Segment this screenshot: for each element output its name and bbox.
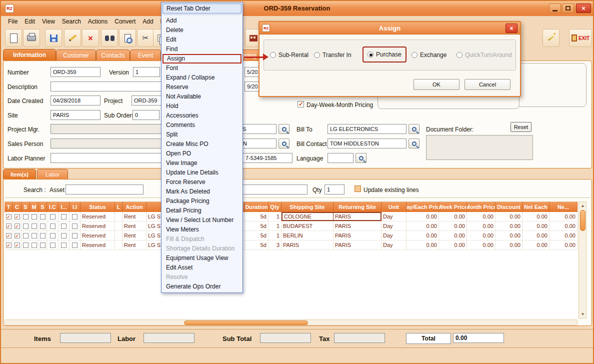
labor-planner-field[interactable] <box>50 153 174 163</box>
table-row[interactable]: ✓✓ReservedRentLG ST5d1BERLINPARISDay0.00… <box>4 231 578 240</box>
context-menu-item-package-pricing[interactable]: Package Pricing <box>162 196 242 206</box>
vertical-scrollbar[interactable]: ▲ ▼ <box>578 202 586 318</box>
column-header-i[interactable]: I... <box>58 202 70 212</box>
context-menu-item-detail-pricing[interactable]: Detail Pricing <box>162 206 242 216</box>
menu-convert[interactable]: Convert <box>111 17 139 26</box>
update-existing-lines-checkbox[interactable] <box>354 186 361 192</box>
context-menu-item-expand-collapse[interactable]: Expand / Collapse <box>162 73 242 82</box>
site-field[interactable] <box>50 110 100 120</box>
context-menu-item-reserve[interactable]: Reserve <box>162 82 242 92</box>
row-checkbox[interactable] <box>50 214 56 220</box>
row-checkbox[interactable] <box>32 242 37 248</box>
delete-button[interactable]: × <box>82 29 99 47</box>
row-checkbox[interactable] <box>23 242 28 248</box>
row-checkbox[interactable]: ✓ <box>6 224 12 229</box>
reset-button[interactable]: Reset <box>510 122 532 132</box>
radio-option-transfer-in[interactable]: Transfer In <box>314 52 352 58</box>
context-menu-item-accessories[interactable]: Accessories <box>162 111 242 120</box>
bill-contact-field[interactable] <box>328 138 406 148</box>
row-checkbox[interactable]: ✓ <box>6 214 12 220</box>
row-checkbox[interactable]: ✓ <box>14 242 20 248</box>
context-menu-item-edit[interactable]: Edit <box>162 35 242 44</box>
row-checkbox[interactable]: ✓ <box>14 224 20 229</box>
radio-transfer-in[interactable] <box>314 52 320 58</box>
radio-quickturnaround[interactable] <box>456 52 462 58</box>
column-header-unit[interactable]: Unit <box>382 202 406 212</box>
row-checkbox[interactable] <box>40 242 46 248</box>
context-menu-item-find[interactable]: Find <box>162 44 242 54</box>
asset-search-input[interactable] <box>66 184 144 194</box>
menu-view[interactable]: View <box>38 17 58 26</box>
row-checkbox[interactable] <box>61 233 66 238</box>
find-button[interactable] <box>101 29 118 47</box>
row-checkbox[interactable] <box>61 214 66 220</box>
context-menu-item-not-available[interactable]: Not Available <box>162 92 242 102</box>
row-checkbox[interactable] <box>40 233 46 238</box>
column-header-week-price[interactable]: Week Price <box>439 202 467 212</box>
ship-to-lookup-button[interactable] <box>278 124 290 134</box>
version-field[interactable] <box>133 67 160 77</box>
scroll-down-arrow[interactable]: ▼ <box>580 311 586 318</box>
scroll-up-arrow[interactable]: ▲ <box>580 202 586 209</box>
row-checkbox[interactable] <box>23 224 28 229</box>
subtab-item-s[interactable]: Item(s) <box>3 169 36 179</box>
menu-actions[interactable]: Actions <box>84 17 111 26</box>
row-checkbox[interactable]: ✓ <box>6 233 12 238</box>
row-checkbox[interactable] <box>32 224 37 229</box>
cut-button[interactable]: ✂ <box>137 29 154 47</box>
row-checkbox[interactable] <box>23 233 28 238</box>
context-menu-item-delete[interactable]: Delete <box>162 26 242 35</box>
menu-file[interactable]: File <box>4 17 21 26</box>
radio-exchange[interactable] <box>412 52 418 58</box>
column-header-duration[interactable]: Duration <box>245 202 268 212</box>
menu-edit[interactable]: Edit <box>21 17 38 26</box>
context-menu-item-view-select-lot-number[interactable]: View / Select Lot Number <box>162 216 242 225</box>
context-menu-item-assign[interactable]: Assign <box>162 54 242 64</box>
radio-sub-rental[interactable] <box>270 52 276 58</box>
context-menu-item-force-reserve[interactable]: Force Reserve <box>162 178 242 187</box>
view-document-button[interactable] <box>119 29 136 47</box>
context-menu-item-view-image[interactable]: View Image <box>162 158 242 168</box>
context-menu-item-edit-asset[interactable]: Edit Asset <box>162 263 242 272</box>
bill-to-lookup-button[interactable] <box>408 124 420 134</box>
column-header-day-each-price[interactable]: Day/Each Price <box>406 202 439 212</box>
cancel-button[interactable]: Cancel <box>464 79 510 90</box>
column-header-discount[interactable]: Discount <box>496 202 522 212</box>
language-lookup-button[interactable] <box>356 153 366 163</box>
row-checkbox[interactable] <box>50 224 56 229</box>
row-checkbox[interactable] <box>61 242 66 248</box>
exit-button[interactable]: EXIT <box>569 29 592 47</box>
context-menu-item-comments[interactable]: Comments <box>162 120 242 130</box>
context-menu-item-font[interactable]: Font <box>162 64 242 73</box>
context-menu-item-equipment-usage-view[interactable]: Equipment Usage View <box>162 254 242 263</box>
column-header-m[interactable]: M <box>30 202 38 212</box>
row-checkbox[interactable] <box>50 233 56 238</box>
radio-purchase[interactable] <box>368 52 374 58</box>
horizontal-scroll-thumb[interactable] <box>184 320 308 325</box>
context-menu-item-hold[interactable]: Hold <box>162 102 242 111</box>
menu-search[interactable]: Search <box>58 17 84 26</box>
day-week-month-pricing-checkbox[interactable] <box>298 101 304 108</box>
radio-option-sub-rental[interactable]: Sub-Rental <box>270 52 308 58</box>
column-header-action[interactable]: Action <box>122 202 146 212</box>
row-checkbox[interactable] <box>23 214 28 220</box>
table-row[interactable]: ✓✓ReservedRentLG ST5d1COLOGNEPARISDay0.0… <box>4 212 578 222</box>
context-menu-item-reset-tab-order[interactable]: Reset Tab Order <box>162 4 242 14</box>
column-header-s[interactable]: S <box>22 202 30 212</box>
row-checkbox[interactable]: ✓ <box>6 242 12 248</box>
table-row[interactable]: ✓✓ReservedRentLG ST5d3PARISPARISDay0.000… <box>4 240 578 250</box>
new-document-button[interactable] <box>5 29 22 47</box>
tab-customer[interactable]: Customer <box>56 50 96 60</box>
row-checkbox[interactable] <box>61 224 66 229</box>
bill-contact-lookup-button[interactable] <box>408 138 420 148</box>
row-checkbox[interactable] <box>32 214 37 220</box>
horizontal-scrollbar[interactable] <box>4 320 578 326</box>
context-menu-item-generate-ops-order[interactable]: Generate Ops Order <box>162 282 242 292</box>
language-field[interactable] <box>328 153 354 163</box>
context-menu-item-view-meters[interactable]: View Meters <box>162 225 242 234</box>
save-button[interactable] <box>45 29 62 47</box>
maximize-button[interactable] <box>562 4 574 13</box>
number-field[interactable] <box>50 67 100 77</box>
row-checkbox[interactable] <box>72 233 78 238</box>
print-button[interactable] <box>23 29 40 47</box>
